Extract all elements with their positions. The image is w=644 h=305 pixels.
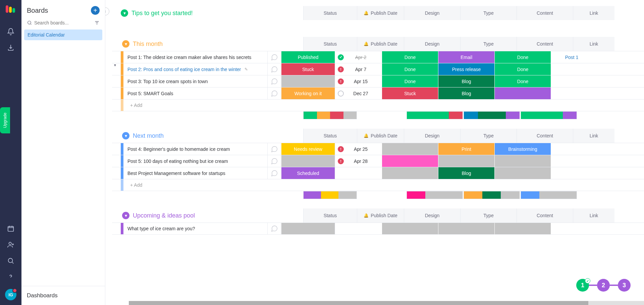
design-cell[interactable]	[382, 155, 438, 167]
status-cell[interactable]: Published	[281, 51, 335, 63]
type-cell[interactable]	[438, 155, 494, 167]
notifications-icon[interactable]	[4, 25, 17, 38]
horizontal-scrollbar-thumb[interactable]	[129, 301, 588, 305]
chat-icon[interactable]	[268, 87, 281, 99]
link-cell[interactable]	[551, 87, 592, 99]
item-title[interactable]: Post 1: The oldest ice cream maker alive…	[123, 51, 268, 63]
link-cell[interactable]	[551, 155, 592, 167]
onboard-step-3[interactable]: 3	[618, 279, 631, 292]
type-cell[interactable]: Blog	[438, 167, 494, 179]
chat-icon[interactable]	[268, 167, 281, 179]
table-row[interactable]: Post 3: Top 10 ice cream spots in town!A…	[112, 75, 644, 87]
avatar[interactable]: IG	[5, 289, 16, 300]
column-header-publish-date[interactable]: 🔔Publish Date	[357, 208, 404, 223]
date-cell[interactable]	[335, 223, 382, 234]
group-title[interactable]: Next month	[133, 132, 164, 139]
column-header-content[interactable]: Content	[517, 129, 573, 143]
item-title[interactable]: Best Project Management software for sta…	[123, 167, 268, 179]
link-cell[interactable]	[551, 143, 592, 155]
group-title[interactable]: Upcoming & ideas pool	[133, 212, 195, 219]
design-cell[interactable]: Done	[382, 63, 438, 75]
status-cell[interactable]: Needs review	[281, 143, 335, 155]
column-header-content[interactable]: Content	[517, 6, 573, 20]
content-cell[interactable]	[494, 87, 551, 99]
chat-icon[interactable]	[268, 51, 281, 63]
status-cell[interactable]: Working on it	[281, 87, 335, 99]
column-header-link[interactable]: Link	[573, 208, 614, 223]
column-header-design[interactable]: Design	[404, 37, 460, 51]
content-cell[interactable]: Done	[494, 51, 551, 63]
item-title[interactable]: Post 5: SMART Goals	[123, 87, 268, 99]
content-cell[interactable]	[494, 223, 551, 234]
column-header-publish-date[interactable]: 🔔Publish Date	[357, 129, 404, 143]
status-cell[interactable]: Stuck	[281, 63, 335, 75]
column-header-design[interactable]: Design	[404, 129, 460, 143]
column-header-type[interactable]: Type	[460, 37, 517, 51]
filter-icon[interactable]	[94, 20, 100, 25]
content-cell[interactable]	[494, 167, 551, 179]
board-item-editorial-calendar[interactable]: Editorial Calendar	[24, 29, 102, 40]
search-boards-input[interactable]	[34, 20, 94, 25]
date-cell[interactable]: ✓Apr 2	[335, 51, 382, 63]
status-cell[interactable]	[281, 75, 335, 87]
table-row[interactable]: Post 5: 100 days of eating nothing but i…	[112, 155, 644, 167]
column-header-type[interactable]: Type	[460, 6, 517, 20]
calendar-icon[interactable]	[4, 222, 17, 235]
design-cell[interactable]: Stuck	[382, 87, 438, 99]
chat-icon[interactable]	[268, 143, 281, 155]
design-cell[interactable]	[382, 143, 438, 155]
status-cell[interactable]: Scheduled	[281, 167, 335, 179]
status-cell[interactable]	[281, 223, 335, 234]
design-cell[interactable]: Done	[382, 51, 438, 63]
table-row[interactable]: Best Project Management software for sta…	[112, 167, 644, 179]
type-cell[interactable]: Print	[438, 143, 494, 155]
status-cell[interactable]	[281, 155, 335, 167]
item-title[interactable]: Post 4: Beginner's guide to homemade ice…	[123, 143, 268, 155]
item-title[interactable]: Post 2: Pros and cons of eating ice crea…	[123, 63, 268, 75]
column-header-content[interactable]: Content	[517, 37, 573, 51]
type-cell[interactable]	[438, 223, 494, 234]
date-cell[interactable]: !Apr 7	[335, 63, 382, 75]
type-cell[interactable]: Blog	[438, 87, 494, 99]
date-cell[interactable]	[335, 167, 382, 179]
column-header-type[interactable]: Type	[460, 208, 517, 223]
column-header-link[interactable]: Link	[573, 129, 614, 143]
inbox-icon[interactable]	[4, 41, 17, 54]
link-cell[interactable]	[551, 223, 592, 234]
invite-icon[interactable]	[4, 238, 17, 251]
chat-icon[interactable]	[268, 75, 281, 87]
link-cell[interactable]	[551, 63, 592, 75]
date-cell[interactable]: !Apr 28	[335, 155, 382, 167]
table-row[interactable]: Post 1: The oldest ice cream maker alive…	[112, 51, 644, 63]
chat-icon[interactable]	[268, 155, 281, 167]
group-toggle[interactable]: ▾	[122, 40, 129, 48]
group-title-tips[interactable]: Tips to get you started!	[131, 10, 193, 17]
column-header-type[interactable]: Type	[460, 129, 517, 143]
column-header-status[interactable]: Status	[303, 129, 357, 143]
design-cell[interactable]	[382, 167, 438, 179]
content-cell[interactable]: Brainstorming	[494, 143, 551, 155]
item-title[interactable]: What type of ice cream are you?	[123, 223, 268, 234]
table-row[interactable]: Post 4: Beginner's guide to homemade ice…	[112, 143, 644, 155]
link-cell[interactable]	[551, 75, 592, 87]
link-cell[interactable]	[551, 167, 592, 179]
type-cell[interactable]: Press release	[438, 63, 494, 75]
type-cell[interactable]: Email	[438, 51, 494, 63]
column-header-design[interactable]: Design	[404, 208, 460, 223]
date-cell[interactable]: Dec 27	[335, 87, 382, 99]
table-row[interactable]: What type of ice cream are you?	[112, 223, 644, 235]
onboard-step-1[interactable]: 1✓	[576, 279, 589, 292]
group-title[interactable]: This month	[133, 41, 163, 48]
add-board-button[interactable]: +	[91, 6, 100, 15]
column-header-status[interactable]: Status	[303, 6, 357, 20]
column-header-link[interactable]: Link	[573, 6, 614, 20]
collapse-sidebar-button[interactable]: ‹	[105, 7, 109, 15]
chat-icon[interactable]	[268, 223, 281, 234]
help-icon[interactable]	[4, 270, 17, 284]
column-header-status[interactable]: Status	[303, 37, 357, 51]
date-cell[interactable]: !Apr 25	[335, 143, 382, 155]
column-header-link[interactable]: Link	[573, 37, 614, 51]
expand-caret-icon[interactable]: ▼	[112, 63, 118, 67]
link-cell[interactable]: Post 1	[551, 51, 592, 63]
item-title[interactable]: Post 3: Top 10 ice cream spots in town	[123, 75, 268, 87]
